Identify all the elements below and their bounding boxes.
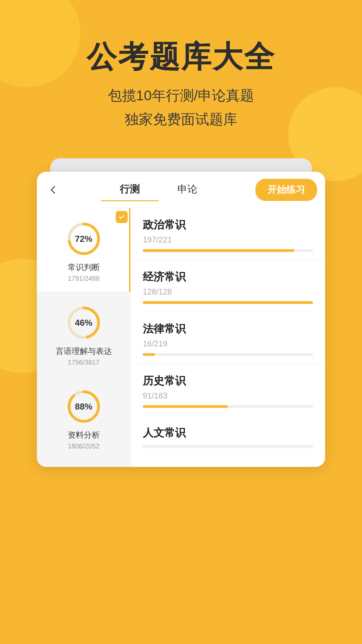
progress-fill-falv (143, 353, 155, 356)
category-item-yanyu[interactable]: 46% 言语理解与表达 1756/3817 (37, 292, 130, 376)
topic-count-falv: 16/219 (143, 339, 313, 348)
topic-count-zhengzhi: 197/221 (143, 235, 313, 245)
progress-bar-jingji (143, 301, 313, 304)
progress-fill-jingji (143, 301, 313, 304)
circle-progress-ziliao: 88% (65, 388, 102, 425)
topic-name-lishi: 历史常识 (143, 374, 313, 388)
progress-bar-zhengzhi (143, 249, 313, 252)
category-item-ziliao[interactable]: 88% 资料分析 1806/2052 (37, 376, 130, 460)
topic-name-falv: 法律常识 (143, 322, 313, 336)
cat-count-yanyu: 1756/3817 (68, 359, 100, 366)
topic-name-zhengzhi: 政治常识 (143, 218, 313, 232)
cat-count-changshi: 1791/2488 (68, 275, 100, 282)
circle-progress-yanyu: 46% (65, 304, 102, 341)
pct-label-yanyu: 46% (75, 317, 92, 328)
tab-bar: 行测 申论 开始练习 (37, 172, 325, 208)
cat-name-yanyu: 言语理解与表达 (56, 346, 112, 357)
start-practice-button[interactable]: 开始练习 (255, 179, 317, 201)
sub-line1: 包揽10年行测/申论真题 (108, 84, 254, 107)
sub-title: 包揽10年行测/申论真题 独家免费面试题库 (108, 84, 254, 131)
back-button[interactable] (45, 181, 62, 198)
topic-count-jingji: 128/128 (143, 287, 313, 297)
tabs: 行测 申论 (68, 178, 249, 201)
pct-label-ziliao: 88% (75, 401, 92, 412)
cat-count-ziliao: 1806/2052 (68, 442, 100, 450)
main-title: 公考题库大全 (86, 40, 276, 73)
category-item-changshi[interactable]: 72% 常识判断 1791/2488 (37, 208, 130, 292)
pct-label-changshi: 72% (75, 233, 92, 244)
category-list: 72% 常识判断 1791/2488 46% (37, 208, 131, 467)
tab-shenlun[interactable]: 申论 (159, 178, 216, 201)
topic-name-renwen: 人文常识 (143, 426, 313, 440)
progress-fill-zhengzhi (143, 249, 294, 252)
topic-list: 政治常识 197/221 经济常识 128/128 (131, 208, 325, 467)
topic-item-jingji[interactable]: 经济常识 128/128 (131, 260, 325, 312)
progress-bar-renwen (143, 445, 313, 448)
check-badge (116, 211, 128, 223)
topic-count-lishi: 91/183 (143, 391, 313, 400)
topic-item-renwen[interactable]: 人文常识 (131, 416, 325, 456)
topic-name-jingji: 经济常识 (143, 270, 313, 284)
main-card: 行测 申论 开始练习 (37, 172, 325, 467)
progress-bar-lishi (143, 405, 313, 408)
topic-item-lishi[interactable]: 历史常识 91/183 (131, 364, 325, 416)
cat-name-ziliao: 资料分析 (68, 430, 100, 440)
sub-line2: 独家免费面试题库 (108, 107, 254, 131)
circle-progress-changshi: 72% (65, 220, 102, 257)
topic-item-falv[interactable]: 法律常识 16/219 (131, 312, 325, 364)
cat-name-changshi: 常识判断 (68, 262, 100, 273)
card-body: 72% 常识判断 1791/2488 46% (37, 208, 325, 467)
card-stack: 行测 申论 开始练习 (37, 158, 325, 467)
topic-item-zhengzhi[interactable]: 政治常识 197/221 (131, 208, 325, 260)
progress-fill-lishi (143, 405, 228, 408)
tab-xinzheng[interactable]: 行测 (101, 178, 159, 201)
bg-circle-topleft (0, 0, 80, 87)
progress-bar-falv (143, 353, 313, 356)
